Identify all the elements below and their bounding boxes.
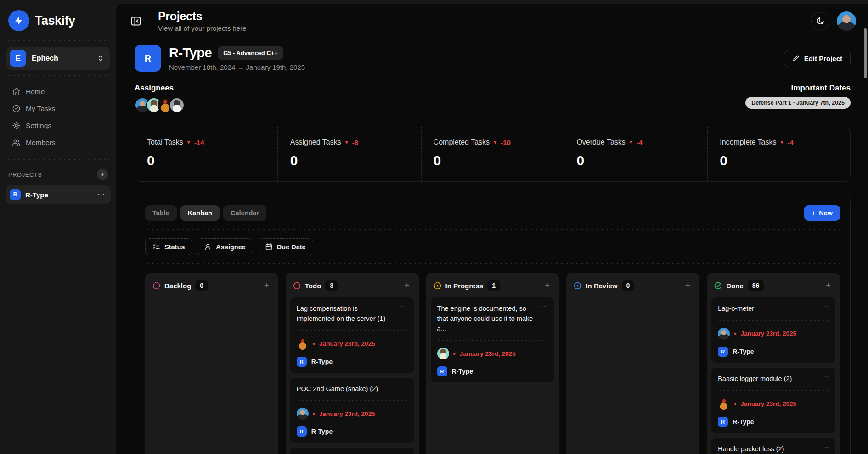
card-meta: •January 23rd, 2025: [297, 338, 408, 350]
add-card-button[interactable]: +: [402, 280, 411, 291]
topbar: Projects View all of your projects here: [116, 4, 868, 37]
view-tabs: Table Kanban Calendar + New: [145, 205, 840, 221]
tom-nook-avatar: [437, 348, 449, 359]
card-menu-icon[interactable]: ⋯: [400, 384, 408, 394]
filter-due-date-button[interactable]: Due Date: [258, 238, 313, 255]
sidebar-item-home[interactable]: Home: [6, 84, 111, 100]
new-task-label: New: [819, 209, 833, 217]
task-card[interactable]: The engine is documented, so that anyone…: [431, 297, 555, 382]
card-due-date: January 23rd, 2025: [319, 340, 375, 347]
divider: [145, 229, 840, 230]
main-panel: Projects View all of your projects here …: [116, 4, 868, 454]
chevrons-up-down-icon: [97, 55, 104, 62]
user-icon: [204, 243, 212, 251]
tab-calendar[interactable]: Calendar: [223, 205, 266, 221]
filter-status-button[interactable]: Status: [145, 238, 192, 255]
filters-row: Status Assignee Due Date: [145, 238, 840, 255]
dashed-circle-dot-icon: [434, 282, 441, 290]
card-menu-icon[interactable]: ⋯: [541, 304, 548, 334]
edit-project-button[interactable]: Edit Project: [784, 50, 851, 67]
card-due-date: January 23rd, 2025: [460, 350, 516, 357]
card-due-date: January 23rd, 2025: [740, 330, 796, 337]
user-avatar[interactable]: [837, 11, 856, 31]
pencil-icon: [792, 55, 800, 62]
stat-label: Assigned Tasks: [290, 138, 341, 146]
new-task-button[interactable]: + New: [804, 205, 840, 221]
filter-assignee-button[interactable]: Assignee: [197, 238, 253, 255]
card-menu-icon[interactable]: ⋯: [822, 374, 829, 384]
stat-label: Incomplete Tasks: [720, 138, 776, 146]
projects-section-header: PROJECTS +: [0, 169, 116, 180]
page-subtitle: View all of your projects here: [158, 24, 246, 32]
card-project-tag: RR-Type: [718, 417, 829, 427]
sidebar-item-settings[interactable]: Settings: [6, 118, 111, 134]
column-header: Todo3+: [290, 277, 414, 292]
project-info: R-Type G5 - Advanced C++ November 18th, …: [169, 45, 305, 71]
stat-delta: -14: [194, 139, 204, 146]
card-menu-icon[interactable]: ⋯: [400, 304, 408, 324]
add-project-button[interactable]: +: [97, 169, 108, 180]
column-name: Todo: [305, 282, 321, 290]
add-card-button[interactable]: +: [824, 280, 833, 291]
collapse-sidebar-button[interactable]: [128, 13, 144, 29]
sidebar-item-label: Home: [26, 88, 45, 96]
divider: [718, 390, 829, 391]
important-dates-block: Important Dates Defense Part 1 - January…: [745, 84, 851, 109]
sidebar: Taskify E Epitech Home My Tasks Settings…: [0, 0, 116, 454]
column-count-badge: 1: [487, 280, 500, 291]
stat-value: 0: [290, 153, 409, 168]
task-card[interactable]: Baasic logger module (2)⋯•January 23rd, …: [711, 368, 835, 433]
theme-toggle-button[interactable]: [811, 12, 829, 30]
rooster-avatar: [718, 398, 730, 410]
project-badge: R: [718, 417, 728, 427]
kanban-column-backlog: Backlog0+: [145, 273, 278, 454]
circle-check-icon: [714, 282, 722, 290]
add-card-button[interactable]: +: [683, 280, 692, 291]
divider: [145, 263, 840, 264]
task-card[interactable]: Lag compensation is implemented on the s…: [290, 297, 414, 373]
sidebar-item-my-tasks[interactable]: My Tasks: [6, 101, 111, 117]
user-photo-avatar: [297, 408, 309, 420]
project-menu-icon[interactable]: ⋯: [97, 192, 105, 197]
stat-total-tasks: Total Tasks ▾ -14 0: [135, 127, 277, 181]
card-meta: •January 23rd, 2025: [297, 408, 408, 420]
list-checks-icon: [152, 243, 160, 251]
filter-label: Due Date: [277, 243, 306, 251]
bullet-icon: •: [453, 350, 456, 358]
project-badge: R: [437, 366, 447, 376]
important-date-pill: Defense Part 1 - January 7th, 2025: [745, 97, 851, 109]
workspace-selector[interactable]: E Epitech: [6, 47, 110, 70]
task-card[interactable]: POC 2nd Game (snake) (2)⋯•January 23rd, …: [290, 378, 414, 443]
task-card[interactable]: Handle packet loss (2)⋯•January 23rd, 20…: [711, 438, 835, 454]
card-menu-icon[interactable]: ⋯: [822, 444, 829, 454]
sidebar-project-r-type[interactable]: R R-Type ⋯: [6, 185, 111, 204]
sidebar-item-label: My Tasks: [26, 105, 55, 113]
stat-completed-tasks: Completed Tasks ▾ -10 0: [421, 127, 564, 181]
stat-value: 0: [147, 153, 265, 168]
bullet-icon: •: [313, 410, 315, 418]
project-badge: R: [297, 426, 307, 437]
project-date-range: November 18th, 2024 → January 19th, 2025: [169, 63, 305, 71]
lightning-bolt-icon: [8, 10, 29, 31]
card-menu-icon[interactable]: ⋯: [822, 304, 829, 314]
triangle-down-icon: ▾: [630, 139, 632, 146]
add-card-button[interactable]: +: [543, 280, 552, 291]
plus-icon: +: [812, 209, 815, 217]
card-due-date: January 23rd, 2025: [319, 410, 375, 417]
stat-label: Total Tasks: [147, 138, 183, 146]
task-card[interactable]: Lag-o-meter⋯•January 23rd, 2025RR-Type: [711, 297, 835, 363]
project-name: R-Type: [452, 368, 473, 375]
circle-icon: [293, 282, 301, 290]
column-count-badge: 86: [748, 280, 764, 291]
triangle-down-icon: ▾: [494, 139, 496, 146]
tab-table[interactable]: Table: [145, 205, 177, 221]
sidebar-item-members[interactable]: Members: [6, 135, 111, 151]
card-meta: •January 23rd, 2025: [718, 328, 829, 340]
task-card[interactable]: Add file opening to editor⋯: [290, 448, 414, 454]
stat-label: Completed Tasks: [434, 138, 490, 146]
divider: [437, 340, 548, 341]
scrollbar-thumb[interactable]: [864, 28, 867, 78]
add-card-button[interactable]: +: [262, 280, 271, 291]
users-icon: [12, 138, 21, 147]
tab-kanban[interactable]: Kanban: [180, 205, 220, 221]
